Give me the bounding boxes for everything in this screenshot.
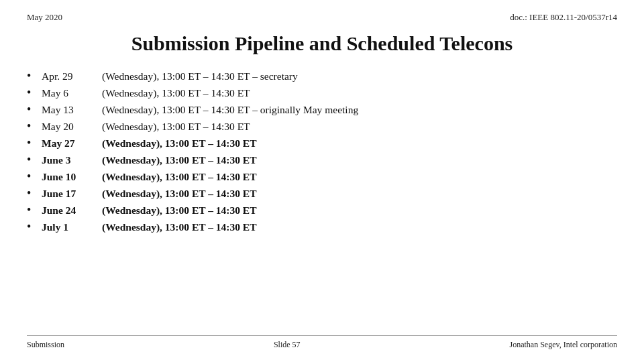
list-item: •Apr. 29(Wednesday), 13:00 ET – 14:30 ET… xyxy=(27,70,617,82)
list-item: •May 20(Wednesday), 13:00 ET – 14:30 ET xyxy=(27,120,617,133)
item-date: June 24 xyxy=(42,204,102,217)
list-item: •June 24(Wednesday), 13:00 ET – 14:30 ET xyxy=(27,204,617,217)
item-date: July 1 xyxy=(42,221,102,233)
schedule-list: •Apr. 29(Wednesday), 13:00 ET – 14:30 ET… xyxy=(27,70,617,237)
footer-center: Slide 57 xyxy=(274,340,301,350)
header-right: doc.: IEEE 802.11-20/0537r14 xyxy=(510,12,617,23)
page-title: Submission Pipeline and Scheduled Teleco… xyxy=(27,32,617,55)
item-date: June 10 xyxy=(42,171,102,183)
list-item: •May 27(Wednesday), 13:00 ET – 14:30 ET xyxy=(27,137,617,149)
item-desc: (Wednesday), 13:00 ET – 14:30 ET xyxy=(102,204,257,217)
item-desc: (Wednesday), 13:00 ET – 14:30 ET xyxy=(102,137,257,149)
item-date: Apr. 29 xyxy=(42,70,102,82)
item-desc: (Wednesday), 13:00 ET – 14:30 ET xyxy=(102,87,250,99)
item-desc: (Wednesday), 13:00 ET – 14:30 ET xyxy=(102,154,257,166)
item-desc: (Wednesday), 13:00 ET – 14:30 ET xyxy=(102,188,257,200)
item-desc: (Wednesday), 13:00 ET – 14:30 ET – secre… xyxy=(102,70,298,82)
footer-bar: Submission Slide 57 Jonathan Segev, Inte… xyxy=(27,335,617,350)
item-date: May 27 xyxy=(42,137,102,149)
bullet-icon: • xyxy=(27,187,39,199)
bullet-icon: • xyxy=(27,221,39,233)
item-desc: (Wednesday), 13:00 ET – 14:30 ET xyxy=(102,121,250,133)
item-date: May 13 xyxy=(42,104,102,116)
list-item: •May 13(Wednesday), 13:00 ET – 14:30 ET … xyxy=(27,103,617,116)
item-desc: (Wednesday), 13:00 ET – 14:30 ET xyxy=(102,221,257,233)
bullet-icon: • xyxy=(27,103,39,115)
bullet-icon: • xyxy=(27,120,39,132)
footer-right: Jonathan Segev, Intel corporation xyxy=(509,340,617,350)
header-left: May 2020 xyxy=(27,12,62,23)
page-container: May 2020 doc.: IEEE 802.11-20/0537r14 Su… xyxy=(0,0,644,362)
item-date: June 3 xyxy=(42,154,102,166)
item-desc: (Wednesday), 13:00 ET – 14:30 ET – origi… xyxy=(102,104,358,116)
bullet-icon: • xyxy=(27,154,39,166)
bullet-icon: • xyxy=(27,86,39,99)
header-bar: May 2020 doc.: IEEE 802.11-20/0537r14 xyxy=(27,12,617,23)
bullet-icon: • xyxy=(27,204,39,216)
item-date: May 6 xyxy=(42,87,102,99)
item-date: May 20 xyxy=(42,121,102,133)
bullet-icon: • xyxy=(27,70,39,82)
content-area: •Apr. 29(Wednesday), 13:00 ET – 14:30 ET… xyxy=(27,70,617,335)
list-item: •June 3 (Wednesday), 13:00 ET – 14:30 ET xyxy=(27,154,617,166)
item-date: June 17 xyxy=(42,188,102,200)
footer-left: Submission xyxy=(27,340,64,350)
list-item: •July 1(Wednesday), 13:00 ET – 14:30 ET xyxy=(27,221,617,233)
bullet-icon: • xyxy=(27,137,39,149)
list-item: •June 17 (Wednesday), 13:00 ET – 14:30 E… xyxy=(27,187,617,200)
list-item: •June 10 (Wednesday), 13:00 ET – 14:30 E… xyxy=(27,170,617,183)
item-desc: (Wednesday), 13:00 ET – 14:30 ET xyxy=(102,171,257,183)
list-item: •May 6(Wednesday), 13:00 ET – 14:30 ET xyxy=(27,86,617,99)
bullet-icon: • xyxy=(27,170,39,182)
